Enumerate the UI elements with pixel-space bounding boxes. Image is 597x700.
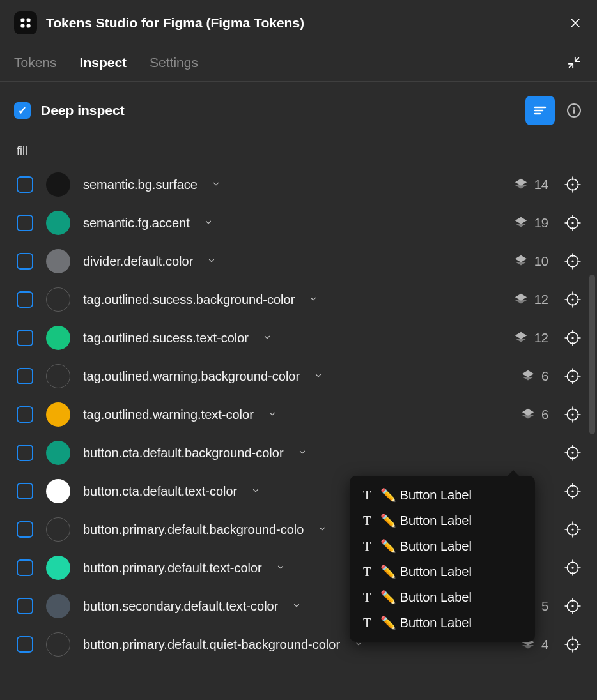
token-row: semantic.bg.surface14 (0, 165, 597, 204)
layers-count[interactable]: 12 (513, 331, 548, 346)
target-icon[interactable] (561, 633, 584, 656)
layers-count[interactable]: 6 (513, 407, 548, 422)
target-icon[interactable] (561, 211, 584, 234)
target-icon[interactable] (561, 556, 584, 579)
close-button[interactable] (566, 14, 584, 32)
token-checkbox[interactable] (17, 253, 33, 270)
layer-label: ✏️ Button Label (380, 564, 472, 579)
target-icon[interactable] (561, 480, 584, 503)
layer-label: ✏️ Button Label (380, 513, 472, 528)
layers-count[interactable]: 10 (513, 254, 548, 269)
target-icon[interactable] (561, 441, 584, 464)
chevron-down-icon[interactable] (314, 371, 324, 381)
popover-layer-item[interactable]: T✏️ Button Label (361, 610, 523, 635)
text-icon: T (361, 514, 373, 528)
tab-inspect[interactable]: Inspect (80, 55, 127, 70)
scrollbar[interactable] (589, 275, 595, 434)
popover-layer-item[interactable]: T✏️ Button Label (361, 508, 523, 533)
info-button[interactable] (565, 102, 583, 119)
token-checkbox[interactable] (17, 445, 33, 461)
target-icon[interactable] (561, 173, 584, 196)
token-checkbox[interactable] (17, 636, 33, 653)
color-swatch (46, 441, 70, 465)
token-checkbox[interactable] (17, 176, 33, 193)
token-checkbox[interactable] (17, 291, 33, 308)
color-swatch (46, 402, 70, 427)
color-swatch (46, 287, 70, 312)
chevron-down-icon[interactable] (268, 409, 278, 420)
chevron-down-icon[interactable] (276, 563, 286, 573)
token-checkbox[interactable] (17, 559, 33, 576)
color-swatch (46, 479, 70, 503)
chevron-down-icon[interactable] (212, 179, 222, 190)
token-name: button.primary.default.quiet-background-… (83, 637, 340, 652)
color-swatch (46, 517, 70, 542)
chevron-down-icon[interactable] (207, 256, 217, 266)
token-checkbox[interactable] (17, 598, 33, 614)
text-icon: T (361, 539, 373, 554)
token-name: tag.outlined.warning.background-color (83, 369, 300, 384)
collapse-icon[interactable] (565, 54, 583, 72)
color-swatch (46, 632, 70, 657)
chevron-down-icon[interactable] (292, 601, 302, 611)
layer-label: ✏️ Button Label (380, 590, 472, 605)
token-name: tag.outlined.sucess.text-color (83, 331, 249, 346)
target-icon[interactable] (561, 403, 584, 426)
layers-count[interactable]: 14 (513, 178, 548, 192)
chevron-down-icon[interactable] (204, 218, 214, 228)
inspect-toolbar: Deep inspect (0, 82, 597, 139)
chevron-down-icon[interactable] (263, 333, 273, 343)
chevron-down-icon[interactable] (318, 524, 328, 535)
chevron-down-icon[interactable] (309, 294, 319, 305)
text-icon: T (361, 590, 373, 605)
layers-count[interactable]: 6 (513, 369, 548, 384)
chevron-down-icon[interactable] (251, 486, 261, 496)
target-icon[interactable] (561, 326, 584, 349)
token-checkbox[interactable] (17, 330, 33, 346)
target-icon[interactable] (561, 595, 584, 618)
popover-layer-item[interactable]: T✏️ Button Label (361, 482, 523, 508)
tab-bar: Tokens Inspect Settings (0, 43, 597, 82)
layers-count[interactable]: 12 (513, 293, 548, 307)
token-row: button.cta.default.background-color (0, 434, 597, 472)
popover-layer-item[interactable]: T✏️ Button Label (361, 584, 523, 610)
token-name: button.primary.default.background-colo (83, 522, 304, 537)
text-icon: T (361, 616, 373, 630)
token-checkbox[interactable] (17, 215, 33, 231)
token-name: button.primary.default.text-color (83, 561, 262, 575)
deep-inspect-checkbox[interactable] (14, 102, 31, 119)
color-swatch (46, 594, 70, 618)
color-swatch (46, 249, 70, 273)
token-name: semantic.fg.accent (83, 216, 190, 231)
svg-rect-2 (21, 24, 25, 28)
token-name: button.cta.default.background-color (83, 446, 284, 460)
popover-layer-item[interactable]: T✏️ Button Label (361, 559, 523, 584)
layers-count[interactable]: 19 (513, 216, 548, 231)
target-icon[interactable] (561, 288, 584, 311)
svg-point-22 (571, 490, 573, 492)
token-checkbox[interactable] (17, 368, 33, 384)
target-icon[interactable] (561, 365, 584, 388)
list-view-button[interactable] (525, 96, 555, 125)
target-icon[interactable] (561, 250, 584, 273)
token-row: semantic.fg.accent19 (0, 204, 597, 242)
svg-point-20 (571, 452, 573, 453)
target-icon[interactable] (561, 518, 584, 541)
svg-point-10 (571, 260, 573, 262)
svg-point-24 (571, 528, 573, 530)
token-name: tag.outlined.sucess.background-color (83, 293, 295, 307)
tab-settings[interactable]: Settings (150, 55, 198, 70)
chevron-down-icon[interactable] (298, 448, 308, 458)
layer-label: ✏️ Button Label (380, 615, 472, 630)
popover-layer-item[interactable]: T✏️ Button Label (361, 533, 523, 559)
token-checkbox[interactable] (17, 483, 33, 499)
svg-rect-3 (27, 24, 31, 28)
svg-point-16 (571, 375, 573, 377)
token-row: tag.outlined.warning.background-color6 (0, 357, 597, 395)
svg-point-28 (571, 605, 573, 607)
tab-tokens[interactable]: Tokens (14, 55, 57, 70)
token-name: button.cta.default.text-color (83, 484, 237, 499)
token-name: divider.default.color (83, 254, 193, 269)
token-checkbox[interactable] (17, 521, 33, 538)
token-checkbox[interactable] (17, 406, 33, 423)
